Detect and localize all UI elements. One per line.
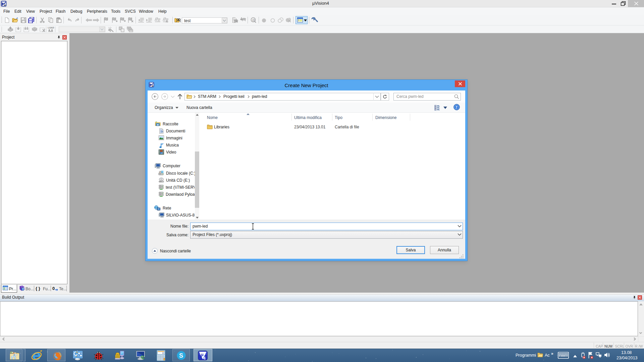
svg-text:0: 0: [162, 352, 164, 355]
svg-text:@: @: [252, 18, 255, 22]
svg-text:?: ?: [455, 105, 458, 110]
svg-text:4: 4: [203, 356, 206, 361]
svg-text:LOAD: LOAD: [48, 26, 54, 29]
svg-text:S: S: [179, 352, 183, 359]
svg-text:?: ?: [22, 288, 24, 291]
